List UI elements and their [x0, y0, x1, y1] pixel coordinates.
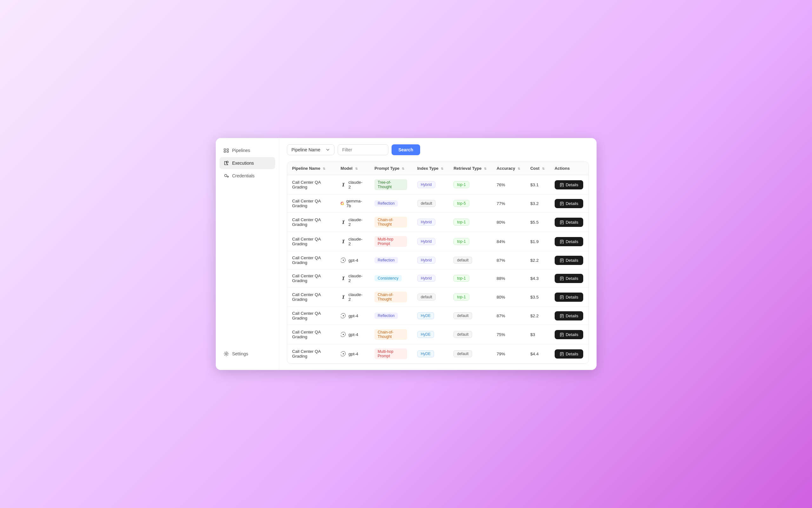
cell-model: claude-2 [335, 232, 369, 251]
sidebar-item-credentials[interactable]: Credentials [220, 170, 275, 182]
svg-point-4 [226, 161, 228, 163]
prompt-badge: Chain-of-Thought [375, 329, 407, 340]
col-pipeline-name[interactable]: Pipeline Name ⇅ [287, 162, 336, 175]
cell-accuracy: 84% [492, 232, 525, 251]
sort-icon-index: ⇅ [441, 167, 443, 170]
details-icon [560, 352, 564, 356]
filter-select[interactable]: Pipeline Name [287, 144, 335, 155]
col-cost[interactable]: Cost ⇅ [525, 162, 550, 175]
col-model[interactable]: Model ⇅ [335, 162, 369, 175]
retrieval-badge: default [454, 257, 472, 264]
cell-index-type: Hybrid [412, 251, 449, 269]
search-button[interactable]: Search [392, 144, 420, 155]
sidebar-item-executions-label: Executions [232, 161, 254, 166]
cell-cost: $3.5 [525, 288, 550, 307]
col-prompt-type[interactable]: Prompt Type ⇅ [369, 162, 412, 175]
cell-retrieval-type: top-1 [448, 288, 492, 307]
data-table: Pipeline Name ⇅ Model ⇅ Prompt Type ⇅ [287, 162, 589, 363]
retrieval-badge: top-1 [454, 294, 469, 300]
index-badge: default [417, 200, 436, 207]
sidebar-item-executions[interactable]: Executions [220, 157, 275, 169]
cell-actions: Details [550, 213, 589, 232]
table-row: Call Center QA Grading claude-2 Chain-of… [287, 288, 589, 307]
model-label: gpt-4 [348, 351, 358, 356]
details-icon [560, 202, 564, 206]
details-icon [560, 277, 564, 281]
svg-point-6 [225, 353, 227, 354]
cell-pipeline-name: Call Center QA Grading [287, 269, 336, 288]
col-actions: Actions [550, 162, 589, 175]
cell-model: gpt-4 [335, 325, 369, 344]
anthropic-icon [340, 239, 346, 244]
cell-pipeline-name: Call Center QA Grading [287, 251, 336, 269]
cell-retrieval-type: top-1 [448, 269, 492, 288]
cell-cost: $4.4 [525, 344, 550, 364]
cell-pipeline-name: Call Center QA Grading [287, 175, 336, 195]
cell-accuracy: 87% [492, 251, 525, 269]
prompt-badge: Chain-of-Thought [375, 292, 407, 302]
cell-model: claude-2 [335, 213, 369, 232]
col-accuracy[interactable]: Accuracy ⇅ [492, 162, 525, 175]
cell-accuracy: 79% [492, 344, 525, 364]
sidebar-settings-label: Settings [232, 351, 249, 356]
openai-icon [340, 257, 346, 263]
retrieval-badge: default [454, 350, 472, 357]
cell-cost: $1.9 [525, 232, 550, 251]
cell-model: G gemma-7b [335, 195, 369, 213]
cell-cost: $3.1 [525, 175, 550, 195]
details-button[interactable]: Details [555, 349, 584, 358]
details-button[interactable]: Details [555, 218, 584, 227]
cell-accuracy: 87% [492, 307, 525, 325]
index-badge: Hybrid [417, 275, 435, 282]
details-button[interactable]: Details [555, 330, 584, 339]
cell-actions: Details [550, 269, 589, 288]
cell-accuracy: 76% [492, 175, 525, 195]
details-icon [560, 258, 564, 262]
table-row: Call Center QA Grading G gemma-7b Reflec… [287, 195, 589, 213]
sidebar-bottom: Settings [216, 348, 279, 364]
sidebar-item-pipelines-label: Pipelines [232, 148, 250, 153]
table-body: Call Center QA Grading claude-2 Tree-of-… [287, 175, 589, 364]
executions-icon [223, 160, 229, 166]
openai-icon [340, 332, 346, 337]
retrieval-badge: top-5 [454, 200, 469, 207]
cell-prompt-type: Chain-of-Thought [369, 288, 412, 307]
details-button[interactable]: Details [555, 311, 584, 321]
details-button[interactable]: Details [555, 256, 584, 265]
sort-icon-accuracy: ⇅ [517, 167, 520, 170]
sidebar-item-settings[interactable]: Settings [220, 348, 275, 360]
sidebar-item-pipelines[interactable]: Pipelines [220, 144, 275, 157]
cell-actions: Details [550, 232, 589, 251]
index-badge: Hybrid [417, 257, 435, 264]
table-row: Call Center QA Grading gpt-4 Reflection … [287, 251, 589, 269]
index-badge: HyDE [417, 331, 434, 338]
details-button[interactable]: Details [555, 293, 584, 302]
sort-icon-prompt: ⇅ [402, 167, 404, 170]
details-button[interactable]: Details [555, 237, 584, 246]
table-header: Pipeline Name ⇅ Model ⇅ Prompt Type ⇅ [287, 162, 589, 175]
cell-retrieval-type: default [448, 325, 492, 344]
cell-model: gpt-4 [335, 251, 369, 269]
cell-index-type: default [412, 288, 449, 307]
details-icon [560, 240, 564, 244]
col-index-type[interactable]: Index Type ⇅ [412, 162, 449, 175]
table-row: Call Center QA Grading claude-2 Chain-of… [287, 213, 589, 232]
model-label: gpt-4 [348, 258, 358, 263]
details-button[interactable]: Details [555, 180, 584, 189]
model-label: gpt-4 [348, 332, 358, 337]
table-row: Call Center QA Grading gpt-4 Reflection … [287, 307, 589, 325]
prompt-badge: Consistency [375, 275, 401, 282]
details-button[interactable]: Details [555, 274, 584, 283]
sort-icon-cost: ⇅ [542, 167, 545, 170]
filter-input[interactable] [338, 144, 388, 155]
prompt-badge: Reflection [375, 200, 397, 207]
cell-accuracy: 75% [492, 325, 525, 344]
svg-rect-0 [224, 149, 225, 151]
details-button[interactable]: Details [555, 199, 584, 208]
table-row: Call Center QA Grading claude-2 Consiste… [287, 269, 589, 288]
retrieval-badge: top-1 [454, 219, 469, 225]
col-retrieval-type[interactable]: Retrieval Type ⇅ [448, 162, 492, 175]
openai-icon [340, 351, 346, 357]
sidebar-item-credentials-label: Credentials [232, 173, 255, 178]
table-wrapper: Pipeline Name ⇅ Model ⇅ Prompt Type ⇅ [287, 162, 589, 364]
